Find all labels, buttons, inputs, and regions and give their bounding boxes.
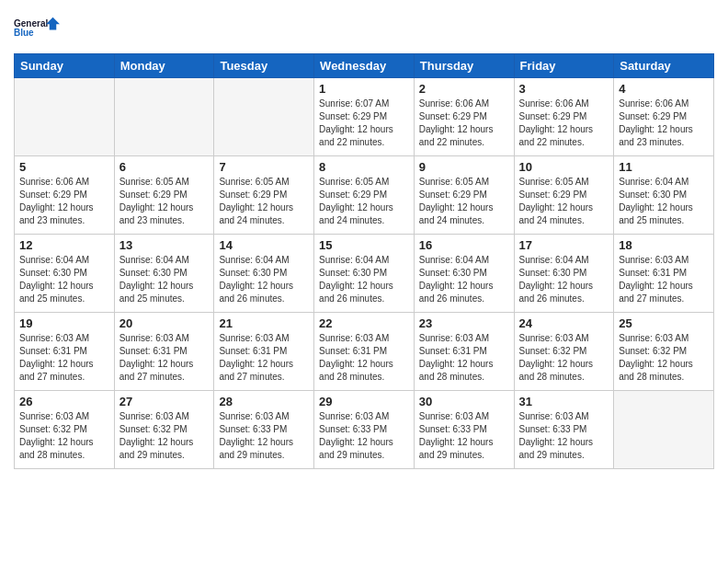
day-info: Sunrise: 6:04 AMSunset: 6:30 PMDaylight:… (419, 254, 509, 305)
day-number: 11 (619, 160, 709, 174)
day-info: Sunrise: 6:04 AMSunset: 6:30 PMDaylight:… (619, 176, 709, 227)
calendar-cell (214, 78, 314, 156)
day-number: 7 (219, 160, 309, 174)
calendar-cell: 14Sunrise: 6:04 AMSunset: 6:30 PMDayligh… (214, 235, 314, 313)
day-info: Sunrise: 6:03 AMSunset: 6:31 PMDaylight:… (119, 332, 210, 384)
day-info: Sunrise: 6:06 AMSunset: 6:29 PMDaylight:… (619, 98, 709, 149)
header: General Blue (14, 9, 714, 46)
day-info: Sunrise: 6:06 AMSunset: 6:29 PMDaylight:… (519, 98, 609, 149)
day-number: 15 (319, 238, 409, 252)
day-number: 28 (219, 395, 309, 408)
day-number: 6 (119, 160, 210, 174)
calendar-cell: 18Sunrise: 6:03 AMSunset: 6:31 PMDayligh… (614, 235, 714, 313)
day-info: Sunrise: 6:03 AMSunset: 6:31 PMDaylight:… (19, 332, 109, 384)
day-info: Sunrise: 6:05 AMSunset: 6:29 PMDaylight:… (419, 176, 509, 227)
day-number: 4 (619, 82, 709, 96)
day-number: 20 (119, 316, 210, 330)
day-number: 18 (619, 238, 709, 252)
calendar-cell: 4Sunrise: 6:06 AMSunset: 6:29 PMDaylight… (614, 78, 714, 156)
day-number: 31 (519, 395, 609, 408)
day-info: Sunrise: 6:06 AMSunset: 6:29 PMDaylight:… (419, 98, 509, 149)
calendar-cell: 27Sunrise: 6:03 AMSunset: 6:32 PMDayligh… (114, 391, 214, 469)
calendar-cell: 8Sunrise: 6:05 AMSunset: 6:29 PMDaylight… (314, 156, 415, 235)
day-info: Sunrise: 6:07 AMSunset: 6:29 PMDaylight:… (319, 98, 409, 149)
calendar-cell (614, 391, 714, 469)
calendar-cell: 25Sunrise: 6:03 AMSunset: 6:32 PMDayligh… (614, 313, 714, 391)
day-number: 16 (419, 238, 509, 252)
day-number: 10 (519, 160, 609, 174)
day-number: 12 (19, 238, 109, 252)
day-number: 26 (19, 395, 109, 408)
day-number: 30 (419, 395, 509, 408)
day-info: Sunrise: 6:03 AMSunset: 6:33 PMDaylight:… (419, 410, 509, 462)
week-row-2: 5Sunrise: 6:06 AMSunset: 6:29 PMDaylight… (15, 156, 714, 235)
day-number: 19 (19, 316, 109, 330)
calendar-cell: 1Sunrise: 6:07 AMSunset: 6:29 PMDaylight… (314, 78, 415, 156)
calendar-cell: 30Sunrise: 6:03 AMSunset: 6:33 PMDayligh… (414, 391, 514, 469)
calendar-cell: 23Sunrise: 6:03 AMSunset: 6:31 PMDayligh… (414, 313, 514, 391)
day-number: 21 (219, 316, 309, 330)
day-number: 27 (119, 395, 210, 408)
day-info: Sunrise: 6:03 AMSunset: 6:31 PMDaylight:… (319, 332, 409, 384)
calendar-cell: 20Sunrise: 6:03 AMSunset: 6:31 PMDayligh… (114, 313, 214, 391)
calendar-cell: 16Sunrise: 6:04 AMSunset: 6:30 PMDayligh… (414, 235, 514, 313)
calendar-cell: 21Sunrise: 6:03 AMSunset: 6:31 PMDayligh… (214, 313, 314, 391)
page: General Blue SundayMondayTuesdayWednesda… (0, 0, 728, 563)
header-day-wednesday: Wednesday (314, 54, 415, 78)
calendar-cell: 3Sunrise: 6:06 AMSunset: 6:29 PMDaylight… (514, 78, 614, 156)
calendar-cell (114, 78, 214, 156)
day-number: 1 (319, 82, 409, 96)
logo: General Blue (14, 9, 60, 46)
calendar-cell: 17Sunrise: 6:04 AMSunset: 6:30 PMDayligh… (514, 235, 614, 313)
calendar-cell: 10Sunrise: 6:05 AMSunset: 6:29 PMDayligh… (514, 156, 614, 235)
calendar-cell: 11Sunrise: 6:04 AMSunset: 6:30 PMDayligh… (614, 156, 714, 235)
day-info: Sunrise: 6:04 AMSunset: 6:30 PMDaylight:… (119, 254, 210, 305)
day-info: Sunrise: 6:03 AMSunset: 6:32 PMDaylight:… (519, 332, 609, 384)
day-info: Sunrise: 6:03 AMSunset: 6:32 PMDaylight:… (119, 410, 210, 462)
day-number: 9 (419, 160, 509, 174)
calendar: SundayMondayTuesdayWednesdayThursdayFrid… (14, 53, 714, 469)
day-number: 29 (319, 395, 409, 408)
day-number: 2 (419, 82, 509, 96)
calendar-cell: 26Sunrise: 6:03 AMSunset: 6:32 PMDayligh… (15, 391, 115, 469)
calendar-cell: 9Sunrise: 6:05 AMSunset: 6:29 PMDaylight… (414, 156, 514, 235)
day-number: 8 (319, 160, 409, 174)
day-info: Sunrise: 6:05 AMSunset: 6:29 PMDaylight:… (319, 176, 409, 227)
day-number: 17 (519, 238, 609, 252)
calendar-cell: 29Sunrise: 6:03 AMSunset: 6:33 PMDayligh… (314, 391, 415, 469)
svg-text:General: General (14, 18, 48, 29)
day-info: Sunrise: 6:03 AMSunset: 6:32 PMDaylight:… (19, 410, 109, 462)
header-day-thursday: Thursday (414, 54, 514, 78)
calendar-cell: 15Sunrise: 6:04 AMSunset: 6:30 PMDayligh… (314, 235, 415, 313)
day-info: Sunrise: 6:03 AMSunset: 6:33 PMDaylight:… (219, 410, 309, 462)
day-number: 22 (319, 316, 409, 330)
day-number: 14 (219, 238, 309, 252)
day-info: Sunrise: 6:05 AMSunset: 6:29 PMDaylight:… (119, 176, 210, 227)
day-info: Sunrise: 6:06 AMSunset: 6:29 PMDaylight:… (19, 176, 109, 227)
day-info: Sunrise: 6:03 AMSunset: 6:31 PMDaylight:… (219, 332, 309, 384)
calendar-cell: 6Sunrise: 6:05 AMSunset: 6:29 PMDaylight… (114, 156, 214, 235)
week-row-5: 26Sunrise: 6:03 AMSunset: 6:32 PMDayligh… (15, 391, 714, 469)
day-info: Sunrise: 6:03 AMSunset: 6:33 PMDaylight:… (519, 410, 609, 462)
day-number: 24 (519, 316, 609, 330)
calendar-cell (15, 78, 115, 156)
calendar-cell: 5Sunrise: 6:06 AMSunset: 6:29 PMDaylight… (15, 156, 115, 235)
calendar-cell: 31Sunrise: 6:03 AMSunset: 6:33 PMDayligh… (514, 391, 614, 469)
day-info: Sunrise: 6:03 AMSunset: 6:32 PMDaylight:… (619, 332, 709, 384)
day-info: Sunrise: 6:03 AMSunset: 6:33 PMDaylight:… (319, 410, 409, 462)
week-row-1: 1Sunrise: 6:07 AMSunset: 6:29 PMDaylight… (15, 78, 714, 156)
calendar-cell: 24Sunrise: 6:03 AMSunset: 6:32 PMDayligh… (514, 313, 614, 391)
header-day-tuesday: Tuesday (214, 54, 314, 78)
day-number: 5 (19, 160, 109, 174)
calendar-cell: 22Sunrise: 6:03 AMSunset: 6:31 PMDayligh… (314, 313, 415, 391)
calendar-cell: 12Sunrise: 6:04 AMSunset: 6:30 PMDayligh… (15, 235, 115, 313)
header-day-sunday: Sunday (15, 54, 115, 78)
day-info: Sunrise: 6:03 AMSunset: 6:31 PMDaylight:… (619, 254, 709, 305)
day-info: Sunrise: 6:05 AMSunset: 6:29 PMDaylight:… (219, 176, 309, 227)
week-row-3: 12Sunrise: 6:04 AMSunset: 6:30 PMDayligh… (15, 235, 714, 313)
day-number: 13 (119, 238, 210, 252)
calendar-cell: 13Sunrise: 6:04 AMSunset: 6:30 PMDayligh… (114, 235, 214, 313)
day-number: 25 (619, 316, 709, 330)
calendar-header-row: SundayMondayTuesdayWednesdayThursdayFrid… (15, 54, 714, 78)
day-info: Sunrise: 6:04 AMSunset: 6:30 PMDaylight:… (19, 254, 109, 305)
